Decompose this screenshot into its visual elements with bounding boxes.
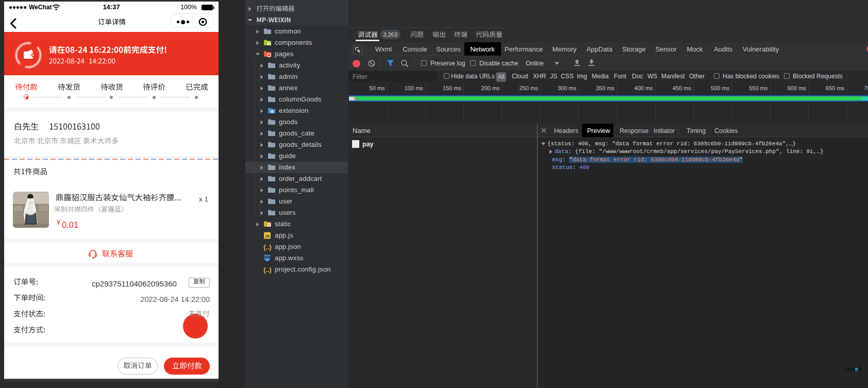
svg-text:JS: JS <box>265 234 270 239</box>
svg-text:{..}: {..} <box>263 244 272 251</box>
svg-text:{..}: {..} <box>263 266 272 274</box>
